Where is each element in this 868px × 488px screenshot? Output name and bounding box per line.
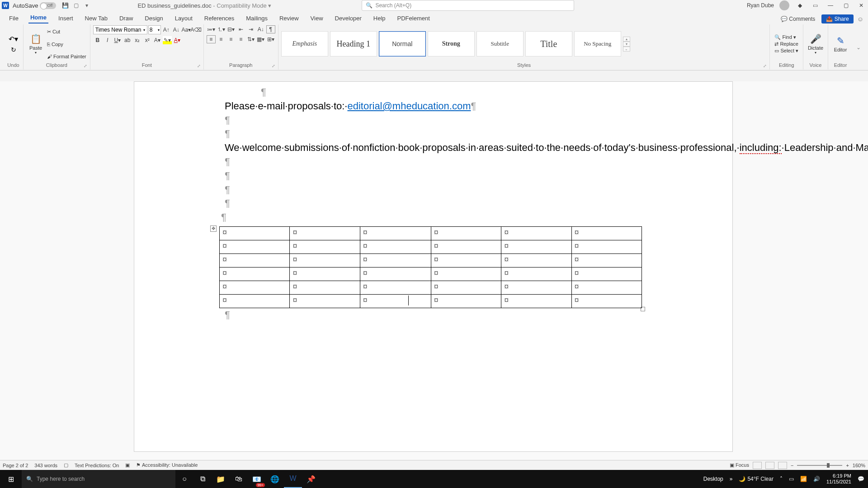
save-icon[interactable]: 💾	[61, 1, 69, 9]
indent-decrease-button[interactable]: ⇤	[236, 25, 245, 33]
chrome-icon[interactable]: 🌐	[266, 470, 284, 488]
grow-font-button[interactable]: A↑	[162, 26, 171, 34]
qat-customize-icon[interactable]: ▾	[83, 1, 91, 9]
table-row[interactable]: ¤¤¤¤¤¤	[220, 267, 642, 281]
text-predictions[interactable]: Text Predictions: On	[75, 463, 119, 468]
tab-mailings[interactable]: Mailings	[244, 13, 269, 23]
styles-gallery[interactable]: Emphasis Heading 1 Normal Strong Subtitl…	[281, 25, 767, 62]
read-mode-button[interactable]	[753, 462, 762, 469]
clipboard-launcher-icon[interactable]: ⤢	[84, 64, 87, 68]
shading-button[interactable]: ▦▾	[256, 35, 265, 43]
font-color-button[interactable]: A▾	[173, 36, 182, 44]
text-effects-button[interactable]: A▾	[153, 36, 162, 44]
change-case-button[interactable]: Aa▾	[182, 26, 191, 34]
web-layout-button[interactable]	[778, 462, 787, 469]
clock[interactable]: 6:19 PM 11/15/2021	[826, 473, 851, 485]
style-subtitle[interactable]: Subtitle	[476, 31, 524, 56]
align-center-button[interactable]: ≡	[217, 35, 226, 43]
bold-button[interactable]: B	[93, 36, 102, 44]
tab-view[interactable]: View	[309, 13, 325, 23]
highlight-button[interactable]: ✎▾	[163, 36, 172, 44]
paste-button[interactable]: 📋 Paste▾	[26, 25, 45, 62]
justify-button[interactable]: ≡	[236, 35, 245, 43]
ribbon-display-icon[interactable]: ▭	[810, 0, 820, 10]
format-painter-button[interactable]: 🖌Format Painter	[47, 54, 86, 59]
tab-pdfelement[interactable]: PDFelement	[396, 13, 432, 23]
tab-design[interactable]: Design	[143, 13, 165, 23]
bullets-button[interactable]: ≔▾	[207, 25, 216, 33]
copy-button[interactable]: ⎘Copy	[47, 42, 86, 47]
cortana-icon[interactable]: ○	[175, 470, 193, 488]
desktop-button[interactable]: Desktop	[703, 476, 723, 482]
tray-chevron-icon[interactable]: ˄	[780, 476, 783, 482]
feedback-icon[interactable]: ☺	[857, 15, 863, 23]
search-input[interactable]: 🔍 Search (Alt+Q)	[362, 0, 574, 11]
tab-file[interactable]: File	[7, 13, 20, 23]
italic-button[interactable]: I	[103, 36, 112, 44]
collapse-ribbon-icon[interactable]: ⌄	[853, 24, 864, 70]
borders-button[interactable]: ⊞▾	[266, 35, 275, 43]
focus-mode-button[interactable]: ▣ Focus	[730, 462, 749, 468]
strike-button[interactable]: ab	[123, 36, 132, 44]
line-spacing-button[interactable]: ⇅▾	[246, 35, 255, 43]
table-row[interactable]: ¤¤¤¤¤¤	[220, 240, 642, 253]
print-layout-button[interactable]	[765, 462, 774, 469]
dictate-button[interactable]: 🎤 Dictate▾	[806, 25, 825, 62]
font-name-combo[interactable]: Times New Roman▾	[93, 25, 147, 34]
show-marks-button[interactable]: ¶	[266, 25, 275, 33]
upcoming-icon[interactable]: ◆	[795, 0, 805, 10]
page-indicator[interactable]: Page 2 of 2	[3, 463, 28, 468]
autosave-toggle[interactable]: Off	[40, 2, 56, 9]
table-row[interactable]: ¤¤¤¤¤¤	[220, 294, 642, 308]
file-explorer-icon[interactable]: 📁	[212, 470, 230, 488]
indent-increase-button[interactable]: ⇥	[246, 25, 255, 33]
comments-button[interactable]: 💬 Comments	[778, 15, 818, 23]
app-icon[interactable]: 📌	[302, 470, 320, 488]
zoom-level[interactable]: 160%	[853, 463, 865, 468]
store-icon[interactable]: 🛍	[230, 470, 248, 488]
document-table[interactable]: ¤¤¤¤¤¤ ¤¤¤¤¤¤ ¤¤¤¤¤¤ ¤¤¤¤¤¤ ¤¤¤¤¤¤ ¤¤¤¤¤…	[219, 226, 642, 308]
replace-button[interactable]: ⇄Replace	[774, 41, 798, 47]
styles-scroll-down-icon[interactable]: ▾	[623, 42, 630, 47]
clear-formatting-button[interactable]: A⌫	[192, 26, 201, 34]
undo-button[interactable]: ↶▾	[9, 35, 18, 43]
paragraph-launcher-icon[interactable]: ⤢	[272, 64, 275, 68]
find-button[interactable]: 🔍Find ▾	[774, 34, 798, 40]
share-button[interactable]: 📤 Share	[821, 14, 853, 23]
table-row[interactable]: ¤¤¤¤¤¤	[220, 281, 642, 294]
overflow-icon[interactable]: »	[730, 476, 733, 482]
table-move-handle-icon[interactable]: ✥	[210, 225, 217, 232]
minimize-button[interactable]: —	[826, 0, 835, 10]
subscript-button[interactable]: x₂	[133, 36, 142, 44]
table-row[interactable]: ¤¤¤¤¤¤	[220, 226, 642, 240]
tab-references[interactable]: References	[203, 13, 236, 23]
weather-widget[interactable]: 🌙54°F Clear	[739, 476, 774, 482]
document-area[interactable]: ¶ Please·e-mail·proposals·to:·editorial@…	[0, 81, 868, 476]
styles-more-icon[interactable]: ⌄	[623, 47, 630, 52]
style-title[interactable]: Title	[525, 31, 572, 56]
volume-icon[interactable]: 🔊	[813, 476, 820, 482]
tab-layout[interactable]: Layout	[173, 13, 194, 23]
tab-review[interactable]: Review	[278, 13, 301, 23]
select-button[interactable]: ▭Select ▾	[774, 48, 798, 54]
cut-button[interactable]: ✂Cut	[47, 29, 86, 35]
qat-unknown-icon[interactable]: ▢	[72, 1, 80, 9]
style-nospacing[interactable]: No Spacing	[574, 31, 621, 56]
tab-help[interactable]: Help	[372, 13, 387, 23]
zoom-in-button[interactable]: +	[846, 463, 849, 468]
word-count[interactable]: 343 words	[34, 463, 57, 468]
spell-check-icon[interactable]: ▢	[64, 462, 68, 468]
tab-insert[interactable]: Insert	[57, 13, 75, 23]
underline-button[interactable]: U▾	[113, 36, 122, 44]
table-row[interactable]: ¤¤¤¤¤¤	[220, 253, 642, 267]
close-button[interactable]: ✕	[856, 0, 866, 10]
tab-home[interactable]: Home	[28, 12, 48, 23]
tab-newtab[interactable]: New Tab	[83, 13, 109, 23]
mail-icon[interactable]: 📧99+	[248, 470, 266, 488]
word-taskbar-icon[interactable]: W	[284, 470, 302, 488]
battery-icon[interactable]: ▭	[789, 476, 794, 482]
styles-scroll-up-icon[interactable]: ▴	[623, 37, 630, 42]
style-normal[interactable]: Normal	[379, 31, 426, 56]
document-page[interactable]: ¶ Please·e-mail·proposals·to:·editorial@…	[134, 81, 733, 452]
numbering-button[interactable]: ⒈▾	[217, 25, 226, 33]
